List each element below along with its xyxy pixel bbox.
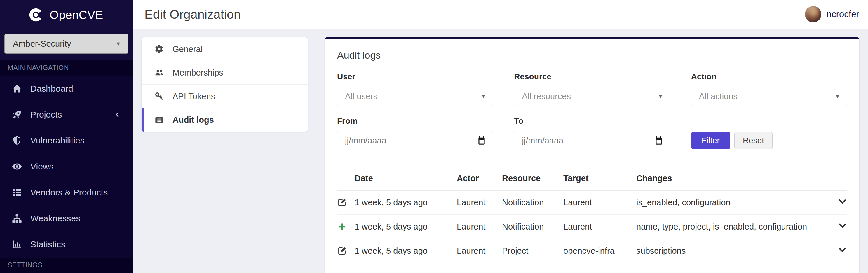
to-date-box <box>514 131 670 150</box>
column-actor: Actor <box>457 164 502 191</box>
sidebar-item-label: Projects <box>30 110 62 120</box>
top-header: Edit Organization ncrocfer <box>133 0 868 29</box>
sidebar-item-label: Weaknesses <box>30 213 80 224</box>
sidebar-item-label: Views <box>30 162 54 171</box>
bar-chart-icon <box>12 239 22 250</box>
shield-icon <box>12 135 22 146</box>
to-date-label: To <box>514 116 670 126</box>
chevron-down-icon[interactable] <box>838 221 847 230</box>
cell-target: Laurent <box>563 191 636 215</box>
tab-audit-logs[interactable]: Audit logs <box>142 108 308 132</box>
tab-api-tokens[interactable]: API Tokens <box>142 84 308 108</box>
column-date: Date <box>354 164 457 191</box>
page-title: Edit Organization <box>145 7 241 22</box>
cell-target: opencve-infra <box>563 239 636 263</box>
filters: User All users ▾ Resource All resources … <box>337 72 847 150</box>
logo[interactable]: OpenCVE <box>0 0 133 30</box>
filter-button[interactable]: Filter <box>691 132 730 149</box>
sidebar-item-projects[interactable]: Projects <box>0 102 133 128</box>
sidebar-item-label: Vulnerabilities <box>30 136 85 145</box>
caret-down-icon: ▾ <box>117 40 120 47</box>
sidebar-item-label: Statistics <box>30 239 65 249</box>
tab-general[interactable]: General <box>142 37 308 61</box>
tab-memberships[interactable]: Memberships <box>142 61 308 84</box>
sidebar-top-section: OpenCVE Amber-Security ▾ <box>0 0 133 60</box>
tab-label: General <box>173 44 203 54</box>
content-area: General Memberships API Tokens <box>133 29 868 273</box>
card-title: Audit logs <box>337 49 847 61</box>
eye-icon <box>12 161 22 172</box>
list-alt-icon <box>154 115 164 125</box>
action-icon-column <box>337 164 354 191</box>
organization-select[interactable]: Amber-Security ▾ <box>4 34 128 54</box>
gear-icon <box>154 44 164 54</box>
main-column: Edit Organization ncrocfer General <box>133 0 868 273</box>
sidebar-nav: Dashboard Projects Vulnerabilities <box>0 76 133 258</box>
list-icon <box>12 187 22 198</box>
table-row: 1 week, 5 days ago Laurent Project openc… <box>337 239 847 263</box>
sidebar-item-dashboard[interactable]: Dashboard <box>0 76 133 102</box>
resource-filter-field: Resource All resources ▾ <box>514 72 670 106</box>
user-filter-label: User <box>337 72 493 81</box>
sidebar-item-vendors-products[interactable]: Vendors & Products <box>0 180 133 206</box>
sidebar-item-statistics[interactable]: Statistics <box>0 232 133 258</box>
from-date-input[interactable] <box>345 131 485 150</box>
action-filter-field: Action All actions ▾ <box>691 72 847 106</box>
caret-down-icon: ▾ <box>659 93 662 99</box>
table-header-row: Date Actor Resource Target Changes <box>337 164 847 191</box>
sidebar-item-label: Vendors & Products <box>30 187 108 198</box>
chevron-left-icon <box>114 111 121 118</box>
table-row: 1 week, 5 days ago Laurent Notification … <box>337 191 847 215</box>
plus-icon <box>337 222 347 232</box>
cell-actor: Laurent <box>457 191 502 215</box>
cell-changes: subscriptions <box>636 239 827 263</box>
resource-filter-select[interactable]: All resources ▾ <box>514 87 670 106</box>
action-filter-label: Action <box>691 72 847 81</box>
to-date-field: To <box>514 116 670 150</box>
chevron-down-icon[interactable] <box>838 197 847 206</box>
from-date-field: From <box>337 116 493 150</box>
edit-icon <box>337 198 347 207</box>
column-changes: Changes <box>636 164 827 191</box>
opencve-logo-icon <box>29 8 43 22</box>
to-date-input[interactable] <box>522 131 662 150</box>
cell-resource: Notification <box>502 215 563 239</box>
reset-button[interactable]: Reset <box>734 132 773 149</box>
cell-date: 1 week, 5 days ago <box>354 239 457 263</box>
sidebar-item-weaknesses[interactable]: Weaknesses <box>0 206 133 232</box>
column-resource: Resource <box>502 164 563 191</box>
home-icon <box>12 83 22 94</box>
audit-logs-table: Date Actor Resource Target Changes <box>337 164 847 263</box>
user-filter-field: User All users ▾ <box>337 72 493 106</box>
action-filter-select[interactable]: All actions ▾ <box>691 87 847 106</box>
from-date-label: From <box>337 116 493 126</box>
cell-resource: Project <box>502 239 563 263</box>
filter-buttons: Filter Reset <box>691 132 847 149</box>
settings-section-header: SETTINGS <box>0 258 133 273</box>
key-icon <box>154 92 164 101</box>
sitemap-icon <box>12 213 22 224</box>
cell-resource: Notification <box>502 191 563 215</box>
chevron-down-icon[interactable] <box>838 245 847 254</box>
sidebar-item-vulnerabilities[interactable]: Vulnerabilities <box>0 128 133 154</box>
users-icon <box>154 68 164 77</box>
cell-target: Laurent <box>563 215 636 239</box>
username: ncrocfer <box>827 9 859 20</box>
avatar <box>805 6 821 23</box>
user-filter-select[interactable]: All users ▾ <box>337 87 493 106</box>
user-filter-value: All users <box>345 92 377 101</box>
edit-icon <box>337 246 347 256</box>
cell-changes: is_enabled, configuration <box>636 191 827 215</box>
rocket-icon <box>12 109 22 120</box>
user-menu[interactable]: ncrocfer <box>805 6 859 23</box>
column-target: Target <box>563 164 636 191</box>
sidebar-item-views[interactable]: Views <box>0 154 133 180</box>
expand-column <box>827 164 847 191</box>
organization-settings-nav: General Memberships API Tokens <box>142 37 308 132</box>
cell-actor: Laurent <box>457 215 502 239</box>
sidebar-item-label: Dashboard <box>30 84 73 94</box>
cell-actor: Laurent <box>457 239 502 263</box>
logo-text: OpenCVE <box>50 8 103 22</box>
cell-date: 1 week, 5 days ago <box>354 191 457 215</box>
tab-label: Audit logs <box>173 115 214 125</box>
